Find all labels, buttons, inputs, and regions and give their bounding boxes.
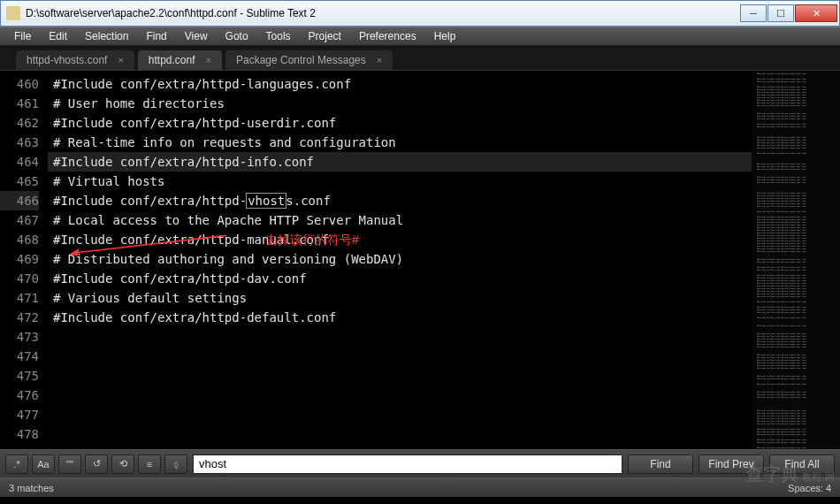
tab[interactable]: httpd-vhosts.conf× bbox=[16, 50, 134, 70]
tab-close-icon[interactable]: × bbox=[206, 55, 211, 65]
menu-view[interactable]: View bbox=[176, 28, 217, 44]
code-line: #Include conf/extra/httpd-vhosts.conf bbox=[48, 191, 752, 210]
tab-label: httpd-vhosts.conf bbox=[27, 54, 107, 66]
find-option[interactable]: ⎀ bbox=[164, 454, 187, 474]
annotation-text: 去掉该行的符号# bbox=[265, 230, 359, 249]
code-line: # Local access to the Apache HTTP Server… bbox=[48, 210, 752, 230]
find-option[interactable]: ↺ bbox=[85, 454, 108, 474]
tab-close-icon[interactable]: × bbox=[118, 55, 123, 65]
code-line: #Include conf/extra/httpd-userdir.conf bbox=[48, 113, 752, 133]
menu-preferences[interactable]: Preferences bbox=[350, 28, 425, 44]
code-line: # User home directories bbox=[48, 94, 752, 113]
code-line: #Include conf/extra/httpd-dav.conf bbox=[48, 269, 752, 288]
find-option[interactable]: .* bbox=[5, 454, 28, 474]
find-options: .*Aa""↺⟲≡⎀ bbox=[5, 454, 187, 474]
tab[interactable]: httpd.conf× bbox=[138, 50, 222, 70]
titlebar: D:\software\server\apache2.2\conf\httpd.… bbox=[0, 0, 840, 27]
menu-project[interactable]: Project bbox=[300, 28, 350, 44]
tab[interactable]: Package Control Messages× bbox=[225, 50, 393, 70]
tabbar: httpd-vhosts.conf×httpd.conf×Package Con… bbox=[0, 46, 840, 71]
find-all-button[interactable]: Find All bbox=[769, 454, 835, 474]
code-line: #Include conf/extra/httpd-languages.conf bbox=[48, 74, 752, 94]
find-prev-button[interactable]: Find Prev bbox=[699, 454, 764, 474]
editor: 4604614624634644654664674684694704714724… bbox=[0, 71, 840, 449]
close-button[interactable]: ✕ bbox=[795, 4, 837, 22]
minimap[interactable]: #Include conf/extra/httpd mod sample tex… bbox=[752, 71, 840, 449]
code-line: #Include conf/extra/httpd-info.conf bbox=[48, 152, 752, 172]
menu-help[interactable]: Help bbox=[425, 28, 465, 44]
tab-close-icon[interactable]: × bbox=[377, 55, 382, 65]
find-option[interactable]: ⟲ bbox=[111, 454, 134, 474]
menu-find[interactable]: Find bbox=[137, 28, 175, 44]
code-line: #Include conf/extra/httpd-default.conf bbox=[48, 308, 752, 327]
window-controls: ─ ☐ ✕ bbox=[739, 4, 837, 22]
maximize-button[interactable]: ☐ bbox=[767, 4, 794, 22]
svg-line-0 bbox=[75, 235, 227, 253]
menu-tools[interactable]: Tools bbox=[257, 28, 300, 44]
statusbar: 3 matches Spaces: 4 bbox=[0, 477, 840, 497]
find-option[interactable]: Aa bbox=[32, 454, 55, 474]
code-line: # Real-time info on requests and configu… bbox=[48, 133, 752, 152]
svg-marker-1 bbox=[69, 248, 79, 256]
indent-indicator[interactable]: Spaces: 4 bbox=[788, 483, 831, 493]
match-count: 3 matches bbox=[9, 483, 54, 493]
code-line: # Various default settings bbox=[48, 288, 752, 308]
window-title: D:\software\server\apache2.2\conf\httpd.… bbox=[26, 7, 739, 19]
line-gutter: 4604614624634644654664674684694704714724… bbox=[0, 71, 48, 449]
menu-goto[interactable]: Goto bbox=[217, 28, 257, 44]
tab-label: Package Control Messages bbox=[236, 54, 366, 66]
annotation-arrow bbox=[69, 232, 228, 258]
menu-edit[interactable]: Edit bbox=[40, 28, 76, 44]
code-line: # Virtual hosts bbox=[48, 172, 752, 191]
find-button[interactable]: Find bbox=[628, 454, 693, 474]
menu-selection[interactable]: Selection bbox=[76, 28, 137, 44]
app-icon bbox=[6, 6, 20, 20]
search-input[interactable] bbox=[193, 454, 622, 474]
menubar: FileEditSelectionFindViewGotoToolsProjec… bbox=[0, 27, 840, 46]
code-area[interactable]: 去掉该行的符号# #Include conf/extra/httpd-langu… bbox=[48, 71, 752, 449]
minimap-content: #Include conf/extra/httpd mod sample tex… bbox=[757, 73, 806, 449]
menu-file[interactable]: File bbox=[5, 28, 40, 44]
minimize-button[interactable]: ─ bbox=[740, 4, 767, 22]
find-bar: .*Aa""↺⟲≡⎀ Find Find Prev Find All bbox=[0, 449, 840, 477]
tab-label: httpd.conf bbox=[149, 54, 195, 66]
find-option[interactable]: ≡ bbox=[138, 454, 161, 474]
find-option[interactable]: "" bbox=[58, 454, 81, 474]
